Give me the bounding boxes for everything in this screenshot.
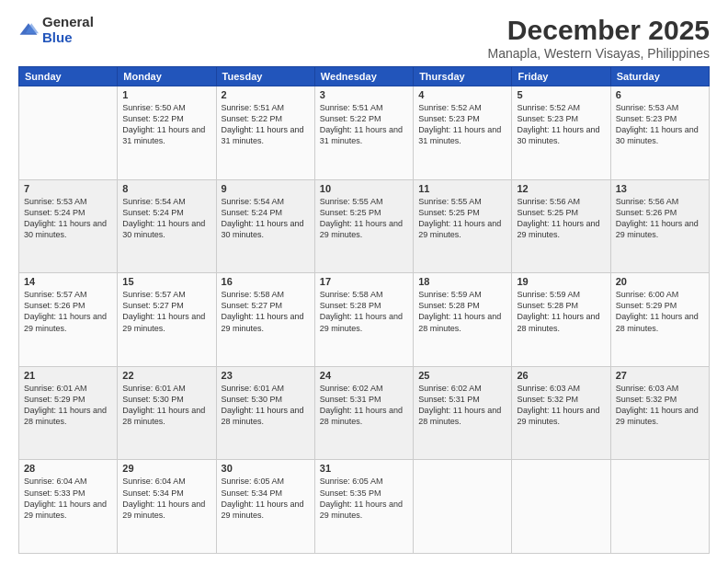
calendar-cell-2-4: 18Sunrise: 5:59 AMSunset: 5:28 PMDayligh… [414,273,512,367]
day-number: 5 [517,89,605,100]
calendar-cell-2-1: 15Sunrise: 5:57 AMSunset: 5:27 PMDayligh… [118,273,216,367]
calendar-cell-2-6: 20Sunrise: 6:00 AMSunset: 5:29 PMDayligh… [610,273,709,367]
day-number: 31 [320,463,408,474]
day-number: 11 [418,183,506,194]
cell-info: Sunrise: 6:05 AMSunset: 5:34 PMDaylight:… [222,476,310,521]
day-number: 9 [222,183,310,194]
calendar-week-2: 14Sunrise: 5:57 AMSunset: 5:26 PMDayligh… [19,273,710,367]
calendar-cell-4-0: 28Sunrise: 6:04 AMSunset: 5:33 PMDayligh… [19,460,118,554]
day-number: 19 [517,276,605,287]
day-number: 14 [24,276,112,287]
day-number: 25 [418,370,506,381]
day-number: 17 [320,276,408,287]
cell-info: Sunrise: 6:00 AMSunset: 5:29 PMDaylight:… [616,289,704,334]
calendar-cell-3-4: 25Sunrise: 6:02 AMSunset: 5:31 PMDayligh… [414,366,512,460]
title-block: December 2025 Manapla, Western Visayas, … [488,15,711,61]
calendar-cell-1-4: 11Sunrise: 5:55 AMSunset: 5:25 PMDayligh… [414,179,512,273]
day-number: 28 [24,463,112,474]
day-number: 22 [122,370,210,381]
calendar-cell-2-5: 19Sunrise: 5:59 AMSunset: 5:28 PMDayligh… [512,273,610,367]
calendar-cell-1-6: 13Sunrise: 5:56 AMSunset: 5:26 PMDayligh… [610,179,709,273]
cell-info: Sunrise: 6:05 AMSunset: 5:35 PMDaylight:… [320,476,408,521]
calendar-cell-0-4: 4Sunrise: 5:52 AMSunset: 5:23 PMDaylight… [414,86,512,180]
calendar-cell-1-2: 9Sunrise: 5:54 AMSunset: 5:24 PMDaylight… [216,179,314,273]
day-number: 24 [320,370,408,381]
calendar-cell-0-3: 3Sunrise: 5:51 AMSunset: 5:22 PMDaylight… [314,86,413,180]
calendar-header-tuesday: Tuesday [216,67,314,86]
calendar-cell-0-2: 2Sunrise: 5:51 AMSunset: 5:22 PMDaylight… [216,86,314,180]
cell-info: Sunrise: 6:03 AMSunset: 5:32 PMDaylight:… [616,383,704,428]
cell-info: Sunrise: 5:56 AMSunset: 5:26 PMDaylight:… [616,196,704,241]
cell-info: Sunrise: 5:52 AMSunset: 5:23 PMDaylight:… [418,102,506,147]
calendar-cell-3-5: 26Sunrise: 6:03 AMSunset: 5:32 PMDayligh… [512,366,610,460]
calendar-cell-4-4 [414,460,512,554]
day-number: 27 [616,370,704,381]
day-number: 20 [616,276,704,287]
logo-icon [18,20,39,40]
calendar-week-3: 21Sunrise: 6:01 AMSunset: 5:29 PMDayligh… [19,366,710,460]
cell-info: Sunrise: 6:02 AMSunset: 5:31 PMDaylight:… [418,383,506,428]
calendar-cell-4-2: 30Sunrise: 6:05 AMSunset: 5:34 PMDayligh… [216,460,314,554]
calendar-cell-0-5: 5Sunrise: 5:52 AMSunset: 5:23 PMDaylight… [512,86,610,180]
calendar-cell-1-5: 12Sunrise: 5:56 AMSunset: 5:25 PMDayligh… [512,179,610,273]
calendar-cell-3-3: 24Sunrise: 6:02 AMSunset: 5:31 PMDayligh… [314,366,413,460]
calendar-cell-1-1: 8Sunrise: 5:54 AMSunset: 5:24 PMDaylight… [118,179,216,273]
calendar-cell-3-2: 23Sunrise: 6:01 AMSunset: 5:30 PMDayligh… [216,366,314,460]
cell-info: Sunrise: 5:59 AMSunset: 5:28 PMDaylight:… [517,289,605,334]
calendar-cell-3-1: 22Sunrise: 6:01 AMSunset: 5:30 PMDayligh… [118,366,216,460]
calendar-header-monday: Monday [118,67,216,86]
day-number: 1 [122,89,210,100]
cell-info: Sunrise: 6:03 AMSunset: 5:32 PMDaylight:… [517,383,605,428]
day-number: 18 [418,276,506,287]
logo-text: General Blue [42,15,94,45]
calendar-header-thursday: Thursday [414,67,512,86]
logo-general: General [42,15,94,30]
calendar-week-0: 1Sunrise: 5:50 AMSunset: 5:22 PMDaylight… [19,86,710,180]
calendar-cell-3-0: 21Sunrise: 6:01 AMSunset: 5:29 PMDayligh… [19,366,118,460]
cell-info: Sunrise: 5:57 AMSunset: 5:26 PMDaylight:… [24,289,112,334]
calendar-header-row: SundayMondayTuesdayWednesdayThursdayFrid… [19,67,710,86]
cell-info: Sunrise: 5:57 AMSunset: 5:27 PMDaylight:… [122,289,210,334]
cell-info: Sunrise: 5:59 AMSunset: 5:28 PMDaylight:… [418,289,506,334]
day-number: 26 [517,370,605,381]
calendar-cell-1-3: 10Sunrise: 5:55 AMSunset: 5:25 PMDayligh… [314,179,413,273]
day-number: 16 [222,276,310,287]
day-number: 13 [616,183,704,194]
cell-info: Sunrise: 5:51 AMSunset: 5:22 PMDaylight:… [320,102,408,147]
day-number: 10 [320,183,408,194]
cell-info: Sunrise: 6:02 AMSunset: 5:31 PMDaylight:… [320,383,408,428]
day-number: 30 [222,463,310,474]
calendar-week-1: 7Sunrise: 5:53 AMSunset: 5:24 PMDaylight… [19,179,710,273]
day-number: 21 [24,370,112,381]
logo-blue: Blue [42,30,94,46]
cell-info: Sunrise: 6:01 AMSunset: 5:30 PMDaylight:… [222,383,310,428]
calendar-cell-4-1: 29Sunrise: 6:04 AMSunset: 5:34 PMDayligh… [118,460,216,554]
calendar-cell-0-6: 6Sunrise: 5:53 AMSunset: 5:23 PMDaylight… [610,86,709,180]
calendar-header-sunday: Sunday [19,67,118,86]
day-number: 23 [222,370,310,381]
logo: General Blue [18,15,94,45]
calendar-cell-4-3: 31Sunrise: 6:05 AMSunset: 5:35 PMDayligh… [314,460,413,554]
day-number: 6 [616,89,704,100]
cell-info: Sunrise: 5:53 AMSunset: 5:23 PMDaylight:… [616,102,704,147]
header: General Blue December 2025 Manapla, West… [18,15,710,61]
title-location: Manapla, Western Visayas, Philippines [488,46,711,61]
cell-info: Sunrise: 5:54 AMSunset: 5:24 PMDaylight:… [222,196,310,241]
calendar-cell-2-2: 16Sunrise: 5:58 AMSunset: 5:27 PMDayligh… [216,273,314,367]
calendar-header-saturday: Saturday [610,67,709,86]
cell-info: Sunrise: 6:04 AMSunset: 5:34 PMDaylight:… [122,476,210,521]
cell-info: Sunrise: 5:51 AMSunset: 5:22 PMDaylight:… [222,102,310,147]
cell-info: Sunrise: 6:01 AMSunset: 5:29 PMDaylight:… [24,383,112,428]
cell-info: Sunrise: 5:50 AMSunset: 5:22 PMDaylight:… [122,102,210,147]
day-number: 12 [517,183,605,194]
cell-info: Sunrise: 5:53 AMSunset: 5:24 PMDaylight:… [24,196,112,241]
calendar-header-friday: Friday [512,67,610,86]
day-number: 4 [418,89,506,100]
calendar-cell-0-1: 1Sunrise: 5:50 AMSunset: 5:22 PMDaylight… [118,86,216,180]
cell-info: Sunrise: 5:54 AMSunset: 5:24 PMDaylight:… [122,196,210,241]
day-number: 29 [122,463,210,474]
cell-info: Sunrise: 5:56 AMSunset: 5:25 PMDaylight:… [517,196,605,241]
cell-info: Sunrise: 5:58 AMSunset: 5:28 PMDaylight:… [320,289,408,334]
calendar-cell-0-0 [19,86,118,180]
calendar-cell-3-6: 27Sunrise: 6:03 AMSunset: 5:32 PMDayligh… [610,366,709,460]
